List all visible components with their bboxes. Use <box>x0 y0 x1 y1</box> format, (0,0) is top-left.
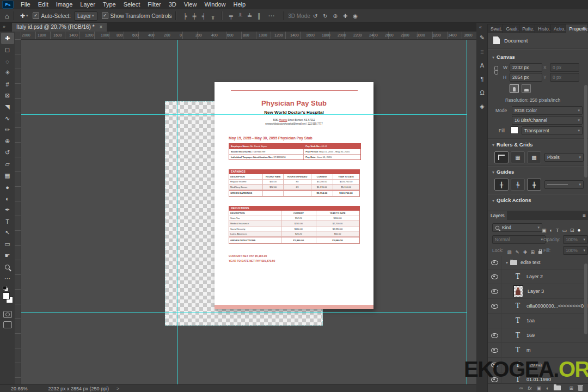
glyphs-panel-icon[interactable]: Ω <box>480 89 484 96</box>
rectangular-marquee-tool[interactable]: ◻ <box>1 44 14 56</box>
home-icon[interactable]: ⌂ <box>5 12 9 20</box>
default-colors-icon[interactable] <box>3 286 8 290</box>
close-icon[interactable]: × <box>100 24 103 30</box>
guides-section-header[interactable]: ▾Guides <box>492 169 514 175</box>
pen-tool[interactable]: ✒ <box>1 204 14 216</box>
tab-gradi[interactable]: Gradi.. <box>503 24 519 33</box>
expand-panels-icon[interactable]: « <box>479 24 482 30</box>
type-tool[interactable]: T <box>1 216 14 227</box>
pay-stub-page[interactable]: Physician Pay Stub New World Doctor's Ho… <box>215 82 373 309</box>
3d-camera-icon[interactable]: ◉ <box>353 13 358 19</box>
character-panel-icon[interactable]: A <box>480 62 484 69</box>
chevron-down-icon[interactable]: ▾ <box>26 14 28 18</box>
brushes-panel-icon[interactable]: ✎ <box>480 34 485 41</box>
distribute-bottom-edges-icon[interactable]: ╧ <box>248 13 252 19</box>
menu-layer[interactable]: Layer <box>76 1 99 8</box>
layer-visibility-toggle[interactable] <box>488 284 501 298</box>
menu-type[interactable]: Type <box>99 1 120 8</box>
guide-style-dropdown[interactable]: ▾ <box>544 180 584 189</box>
status-options-arrow[interactable]: > <box>117 386 119 391</box>
scrollbar[interactable] <box>584 264 587 334</box>
lock-transparent-pixels-icon[interactable]: ▨ <box>507 249 512 255</box>
guide-horizontal-top[interactable] <box>21 114 467 115</box>
menu-file[interactable]: File <box>17 1 34 8</box>
delete-layer-icon[interactable] <box>578 386 583 391</box>
canvas-area[interactable]: Physician Pay Stub New World Doctor's Ho… <box>21 39 476 384</box>
layer-row-m[interactable]: Tm <box>488 343 588 358</box>
rulers-grids-section-header[interactable]: ▾Rulers & Grids <box>492 142 533 148</box>
smart-guides-icon[interactable]: ╋ <box>527 179 541 191</box>
layer-fill-field[interactable]: 100%▾ <box>563 246 588 255</box>
lock-position-icon[interactable]: ✚ <box>523 249 527 255</box>
history-brush-tool[interactable]: ↺ <box>1 147 14 158</box>
lock-guides-icon[interactable]: ╄ <box>511 179 525 191</box>
tab-patte[interactable]: Patte.. <box>519 24 535 33</box>
menu-help[interactable]: Help <box>230 1 250 8</box>
layer-visibility-toggle[interactable] <box>488 256 501 269</box>
color-mode-dropdown[interactable]: RGB Color▾ <box>512 106 583 115</box>
portrait-orientation-icon[interactable] <box>510 84 519 93</box>
layer-visibility-toggle[interactable] <box>488 299 501 313</box>
3d-pan-icon[interactable]: ⊕ <box>333 13 338 19</box>
layer-visibility-toggle[interactable] <box>488 270 501 284</box>
link-layers-icon[interactable]: ∞ <box>519 385 523 391</box>
blend-mode-dropdown[interactable]: Normal▾ <box>492 235 546 244</box>
screen-mode-button[interactable] <box>3 321 12 328</box>
brush-tool[interactable]: ✏ <box>1 124 14 136</box>
scrollbar[interactable] <box>584 85 587 177</box>
object-selection-tool[interactable]: ✳ <box>1 67 14 78</box>
dodge-tool[interactable]: ◐ <box>1 193 14 204</box>
adjustment-layer-icon[interactable]: ◐ <box>546 385 549 391</box>
hand-tool[interactable]: ☛ <box>1 250 14 261</box>
move-tool-preset-icon[interactable]: ✚ <box>20 13 25 20</box>
opacity-field[interactable]: 100%▾ <box>563 235 588 244</box>
layer-row-layer-3[interactable]: Layer 3 <box>488 284 588 299</box>
frame-tool[interactable]: ⊠ <box>1 90 14 101</box>
eyedropper-tool[interactable]: ◥ <box>1 101 14 113</box>
layer-row-layer-2[interactable]: TLayer 2 <box>488 270 588 284</box>
menu-window[interactable]: Window <box>200 1 229 8</box>
gradient-tool[interactable]: ▦ <box>1 170 14 181</box>
layer-row-cilla0000000-0-d[interactable]: Tcilla0000000...<<<<<<<<0 d <box>488 299 588 314</box>
libraries-panel-icon[interactable]: ◈ <box>480 103 484 110</box>
bit-depth-dropdown[interactable]: 16 Bits/Channel▾ <box>512 116 583 125</box>
auto-select-target-dropdown[interactable]: Layer ▾ <box>74 11 97 21</box>
guide-vertical-left[interactable] <box>177 39 177 384</box>
eraser-tool[interactable]: ▱ <box>1 158 14 170</box>
double-chevron-icon[interactable]: » <box>3 24 5 29</box>
brush-settings-panel-icon[interactable]: ≡ <box>480 48 483 55</box>
filter-type-layers-icon[interactable]: T <box>556 228 559 233</box>
layer-visibility-toggle[interactable] <box>488 358 501 372</box>
foreground-color-swatch[interactable] <box>3 292 10 299</box>
layer-row-169[interactable]: T169 <box>488 328 588 343</box>
lock-image-pixels-icon[interactable]: ✎ <box>516 249 519 255</box>
panel-menu-icon[interactable]: ≡ <box>583 26 586 32</box>
link-dimensions-icon[interactable] <box>494 66 498 75</box>
grid-icon[interactable]: ▦ <box>511 151 525 163</box>
show-transform-checkbox[interactable]: ✓ <box>102 13 108 19</box>
layer-row-1aa[interactable]: T1aa <box>488 314 588 328</box>
chevron-down-icon[interactable]: ▾ <box>506 260 508 265</box>
align-right-edges-icon[interactable]: ╡ <box>202 13 206 19</box>
layer-style-icon[interactable]: fx <box>528 385 531 391</box>
layer-visibility-toggle[interactable] <box>488 328 501 342</box>
menu-select[interactable]: Select <box>120 1 144 8</box>
clone-stamp-tool[interactable]: ⊕ <box>1 136 14 147</box>
layer-visibility-toggle[interactable] <box>488 314 501 328</box>
menu-edit[interactable]: Edit <box>34 1 52 8</box>
distribute-horizontal-centers-icon[interactable]: ║ <box>257 13 261 19</box>
zoom-level-field[interactable]: 20.66% <box>11 386 28 391</box>
menu-image[interactable]: Image <box>52 1 77 8</box>
distribute-vertical-centers-icon[interactable]: ╨ <box>238 13 242 19</box>
width-field[interactable]: 2232 px <box>510 63 542 72</box>
horizontal-ruler[interactable]: 2000180016001400120010008006004002000200… <box>21 32 476 40</box>
menu-view[interactable]: View <box>180 1 201 8</box>
quick-mask-button[interactable] <box>3 311 12 318</box>
fill-swatch[interactable] <box>511 126 518 134</box>
ruler-units-dropdown[interactable]: Pixels▾ <box>544 153 584 162</box>
filter-pixel-layers-icon[interactable]: ▣ <box>542 228 547 233</box>
panel-menu-icon[interactable]: ≡ <box>583 212 586 218</box>
guides-icon[interactable]: ╂ <box>494 179 509 191</box>
crop-tool[interactable]: # <box>1 78 14 90</box>
filter-shape-layers-icon[interactable]: ▭ <box>562 228 567 233</box>
